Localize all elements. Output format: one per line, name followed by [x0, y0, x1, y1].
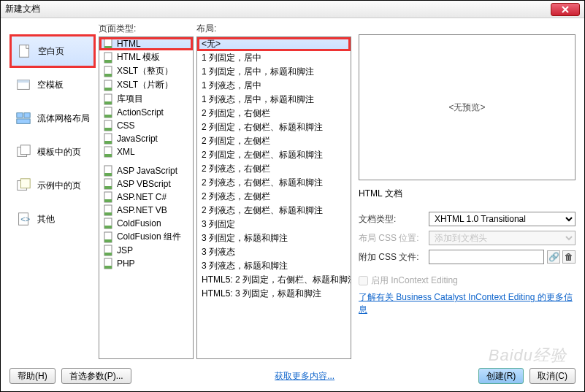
page-type-item[interactable]: JavaScript — [99, 132, 193, 145]
attach-css-label: 附加 CSS 文件: — [359, 251, 426, 264]
create-button[interactable]: 创建(R) — [478, 368, 524, 384]
page-type-item[interactable]: HTML — [99, 37, 193, 50]
svg-rect-9 — [20, 179, 30, 188]
layout-item[interactable]: 3 列液态 — [197, 245, 351, 259]
svg-rect-5 — [17, 119, 30, 123]
nav-item-page-from-sample[interactable]: 示例中的页 — [9, 169, 96, 202]
file-icon — [102, 133, 114, 145]
page-type-item-label: XSLT（片断） — [117, 79, 173, 91]
layout-item[interactable]: 1 列固定，居中，标题和脚注 — [197, 65, 351, 79]
page-type-item[interactable]: XSLT（片断） — [99, 78, 193, 92]
page-type-item-label: ColdFusion — [117, 218, 161, 228]
layout-item[interactable]: 2 列液态，右侧栏、标题和脚注 — [197, 176, 351, 190]
file-icon — [102, 52, 114, 64]
page-type-item-label: JSP — [117, 245, 133, 255]
right-pane: <无预览> HTML 文档 文档类型: XHTML 1.0 Transition… — [359, 23, 576, 359]
footer: 帮助(H) 首选参数(P)... 获取更多内容... 创建(R) 取消(C) — [9, 368, 576, 384]
blank-page-icon — [16, 43, 32, 59]
css-position-select: 添加到文档头 — [429, 231, 576, 245]
close-button[interactable] — [551, 3, 580, 16]
svg-rect-0 — [20, 45, 29, 58]
page-type-item[interactable]: ASP JavaScript — [99, 164, 193, 177]
page-type-item[interactable]: XML — [99, 145, 193, 158]
page-type-item[interactable]: ColdFusion — [99, 217, 193, 230]
file-icon — [102, 93, 114, 105]
nav-item-fluid-grid[interactable]: 流体网格布局 — [9, 101, 96, 135]
other-icon: <> — [15, 211, 31, 227]
layout-item[interactable]: 2 列液态，左侧栏 — [197, 190, 351, 204]
cancel-button[interactable]: 取消(C) — [529, 368, 576, 384]
layout-item[interactable]: HTML5: 3 列固定，标题和脚注 — [197, 287, 351, 301]
page-type-item[interactable]: ActionScript — [99, 106, 193, 119]
page-type-item[interactable]: XSLT（整页） — [99, 64, 193, 78]
layout-item[interactable]: 3 列固定，标题和脚注 — [197, 231, 351, 245]
link-css-button[interactable]: 🔗 — [547, 250, 560, 264]
layout-list[interactable]: <无>1 列固定，居中1 列固定，居中，标题和脚注1 列液态，居中1 列液态，居… — [196, 36, 351, 359]
fluid-grid-icon — [15, 110, 31, 126]
remove-css-button[interactable]: 🗑 — [562, 250, 576, 264]
trash-icon: 🗑 — [565, 252, 573, 262]
svg-rect-31 — [104, 173, 112, 176]
preferences-button[interactable]: 首选参数(P)... — [61, 368, 131, 384]
page-type-item-label: JavaScript — [117, 134, 158, 144]
layout-item[interactable]: 3 列液态，标题和脚注 — [197, 259, 351, 273]
layout-item[interactable]: 2 列液态，右侧栏 — [197, 162, 351, 176]
file-icon — [102, 66, 114, 77]
svg-rect-2 — [18, 80, 30, 83]
layout-item[interactable]: 2 列液态，左侧栏、标题和脚注 — [197, 204, 351, 218]
attach-css-input[interactable] — [429, 250, 544, 264]
page-type-item-label: PHP — [117, 258, 135, 269]
file-icon — [102, 245, 114, 256]
category-nav: 空白页 空模板 流体网格布局 模板中的页 示例中的页 <> 其他 — [9, 23, 96, 359]
layout-item[interactable]: 3 列固定 — [197, 218, 351, 231]
get-more-link[interactable]: 获取更多内容... — [275, 370, 334, 383]
page-type-item-label: HTML 模板 — [117, 51, 161, 64]
svg-rect-19 — [104, 88, 112, 91]
page-type-column: 页面类型: HTMLHTML 模板XSLT（整页）XSLT（片断）库项目Acti… — [99, 23, 194, 359]
layout-item[interactable]: HTML5: 2 列固定，右侧栏、标题和脚注 — [197, 273, 351, 287]
nav-item-other[interactable]: <> 其他 — [9, 202, 96, 236]
page-type-item[interactable]: PHP — [99, 257, 193, 270]
layout-item[interactable]: 1 列液态，居中 — [197, 79, 351, 93]
page-type-item[interactable]: CSS — [99, 119, 193, 132]
ice-link-row: 了解有关 Business Catalyst InContext Editing… — [359, 291, 576, 316]
ice-learn-more-link[interactable]: 了解有关 Business Catalyst InContext Editing… — [359, 292, 573, 315]
help-button[interactable]: 帮助(H) — [9, 368, 56, 384]
nav-item-blank-page[interactable]: 空白页 — [9, 34, 96, 68]
nav-item-page-from-template[interactable]: 模板中的页 — [9, 135, 96, 169]
page-type-item-label: ASP.NET C# — [117, 192, 167, 202]
page-type-item[interactable]: ASP VBScript — [99, 177, 193, 191]
ice-checkbox — [359, 276, 368, 285]
nav-item-blank-template[interactable]: 空模板 — [9, 68, 96, 101]
page-type-item[interactable]: JSP — [99, 244, 193, 257]
layout-item[interactable]: 2 列固定，右侧栏、标题和脚注 — [197, 120, 351, 134]
page-type-item[interactable]: 库项目 — [99, 92, 193, 106]
layout-label: 布局: — [196, 23, 351, 36]
preview-text: <无预览> — [448, 101, 485, 114]
layout-item[interactable]: 1 列固定，居中 — [197, 51, 351, 65]
page-type-item[interactable]: ASP.NET C# — [99, 191, 193, 204]
layout-item[interactable]: 2 列固定，左侧栏 — [197, 134, 351, 148]
svg-rect-45 — [104, 266, 112, 269]
svg-rect-4 — [24, 113, 30, 118]
doctype-select[interactable]: XHTML 1.0 Transitional — [429, 212, 576, 226]
preview-box: <无预览> — [359, 34, 576, 180]
page-type-item[interactable]: ColdFusion 组件 — [99, 230, 193, 244]
layout-item[interactable]: <无> — [197, 37, 351, 51]
svg-rect-29 — [104, 154, 112, 157]
new-document-dialog: 新建文档 空白页 空模板 流体网格布局 模板中的页 — [0, 0, 585, 392]
layout-item[interactable]: 2 列固定，左侧栏、标题和脚注 — [197, 148, 351, 162]
page-from-template-icon — [15, 144, 31, 160]
page-type-item-label: 库项目 — [117, 93, 143, 105]
layout-item[interactable]: 2 列固定，右侧栏 — [197, 107, 351, 120]
svg-rect-43 — [104, 253, 112, 255]
page-type-item[interactable]: ASP.NET VB — [99, 204, 193, 217]
page-type-list[interactable]: HTMLHTML 模板XSLT（整页）XSLT（片断）库项目ActionScri… — [99, 36, 194, 359]
layout-item[interactable]: 1 列液态，居中，标题和脚注 — [197, 93, 351, 107]
file-icon — [102, 191, 114, 203]
svg-text:<>: <> — [20, 215, 30, 223]
page-type-item-label: ASP JavaScript — [117, 166, 177, 176]
css-position-row: 布局 CSS 位置: 添加到文档头 — [359, 231, 576, 245]
page-type-item[interactable]: HTML 模板 — [99, 50, 193, 64]
file-icon — [102, 120, 114, 131]
